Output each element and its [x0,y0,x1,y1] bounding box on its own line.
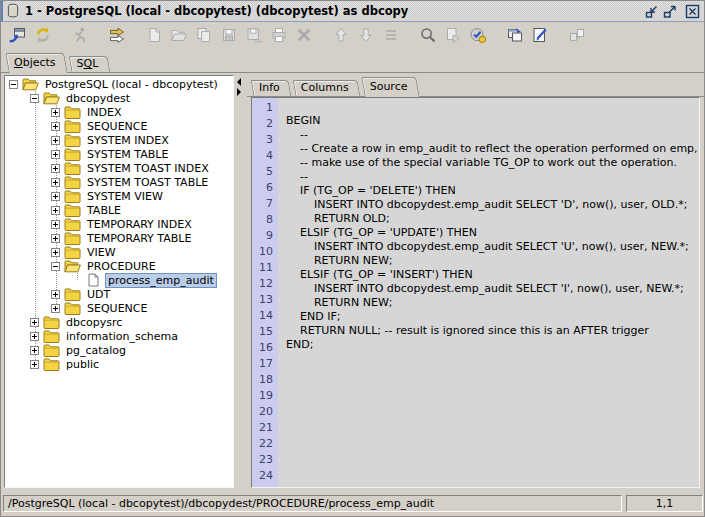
code-line: IF (TG_OP = 'DELETE') THEN [286,184,698,198]
tree-item-label: SYSTEM TOAST TABLE [84,176,211,189]
tree-item-label: INDEX [84,106,124,119]
tree-item-dbcopysrc[interactable]: dbcopysrc [5,315,233,329]
tree-item-table[interactable]: TABLE [5,203,233,217]
folder-icon [64,175,81,189]
tree-item-system-index[interactable]: SYSTEM INDEX [5,133,233,147]
expand-toggle-icon[interactable] [30,346,39,355]
tree-item-postgresql-local-dbcopytest-[interactable]: PostgreSQL (local - dbcopytest) [5,77,233,91]
tree-item-information-schema[interactable]: information_schema [5,329,233,343]
line-number: 14 [252,308,273,324]
search-button[interactable] [415,25,440,49]
expand-toggle-icon[interactable] [51,234,60,243]
close-button[interactable] [685,4,700,19]
tree-item-procedure[interactable]: PROCEDURE [5,259,233,273]
folder-icon [64,287,81,301]
expand-toggle-icon[interactable] [9,80,18,89]
tree-item-index[interactable]: INDEX [5,105,233,119]
tree-item-view[interactable]: VIEW [5,245,233,259]
line-number: 24 [252,468,273,484]
expand-toggle-icon[interactable] [30,94,39,103]
folder-icon [64,231,81,245]
tab-source[interactable]: Source [363,77,418,97]
expand-toggle-icon[interactable] [51,304,60,313]
sql-worksheet-icon [531,26,549,47]
refresh-button[interactable] [30,25,55,49]
expand-toggle-icon[interactable] [51,206,60,215]
tree-item-system-table[interactable]: SYSTEM TABLE [5,147,233,161]
paste-button [440,25,465,49]
splitter[interactable] [234,73,247,490]
folder-icon [64,119,81,133]
line-number: 10 [252,244,273,260]
expand-toggle-icon[interactable] [51,220,60,229]
title-bar[interactable]: 1 - PostgreSQL (local - dbcopytest) (dbc… [1,1,704,22]
tab-objects[interactable]: Objects [7,53,66,73]
expand-toggle-icon[interactable] [51,164,60,173]
restore-button[interactable] [644,4,659,19]
line-number: 19 [252,388,273,404]
expand-toggle-icon[interactable] [51,248,60,257]
collapse-left-icon[interactable] [237,78,241,86]
line-number: 20 [252,404,273,420]
expand-toggle-icon[interactable] [51,192,60,201]
list-button [378,25,403,49]
code-area[interactable]: BEGIN -- -- Create a row in emp_audit to… [278,100,698,487]
tree-item-system-toast-index[interactable]: SYSTEM TOAST INDEX [5,161,233,175]
tab-info[interactable]: Info [252,80,290,96]
tree-item-temporary-table[interactable]: TEMPORARY TABLE [5,231,233,245]
collapse-right-icon[interactable] [237,88,241,96]
tree-item-label: UDT [84,288,113,301]
line-number: 25 [252,484,273,488]
code-line: RETURN OLD; [286,212,698,226]
expand-toggle-icon[interactable] [51,150,60,159]
expand-toggle-icon[interactable] [30,332,39,341]
tree-item-sequence[interactable]: SEQUENCE [5,301,233,315]
code-line: -- Create a row in emp_audit to reflect … [286,142,698,156]
tree-item-system-toast-table[interactable]: SYSTEM TOAST TABLE [5,175,233,189]
object-tree[interactable]: PostgreSQL (local - dbcopytest)dbcopydes… [4,75,234,488]
tree-item-udt[interactable]: UDT [5,287,233,301]
line-number: 18 [252,372,273,388]
expand-toggle-icon[interactable] [51,122,60,131]
arrow-down-button [353,25,378,49]
run-button [67,25,92,49]
window-controls [644,4,700,19]
tree-item-label: TABLE [84,204,124,217]
line-number: 17 [252,356,273,372]
tree-item-sequence[interactable]: SEQUENCE [5,119,233,133]
tree-item-temporary-index[interactable]: TEMPORARY INDEX [5,217,233,231]
print-button [266,25,291,49]
tab-sql[interactable]: SQL [70,56,109,72]
open-folder-icon [170,26,188,47]
expand-toggle-icon[interactable] [30,360,39,369]
tree-rows: PostgreSQL (local - dbcopytest)dbcopydes… [5,76,233,371]
tree-item-system-view[interactable]: SYSTEM VIEW [5,189,233,203]
code-line: -- make use of the special variable TG_O… [286,156,698,170]
source-editor[interactable]: 1234567891011121314151617181920212223242… [251,97,700,488]
tree-item-public[interactable]: public [5,357,233,371]
tree-item-process-emp-audit[interactable]: process_emp_audit [5,273,233,287]
folder-icon [64,217,81,231]
tree-item-dbcopydest[interactable]: dbcopydest [5,91,233,105]
session-properties-button[interactable] [465,25,490,49]
open-folder-button [166,25,191,49]
tree-item-pg-catalog[interactable]: pg_catalog [5,343,233,357]
status-object-path: /PostgreSQL (local - dbcopytest)/dbcopyd… [3,495,622,512]
maximize-button[interactable] [662,4,677,19]
connect-session-button[interactable] [5,25,30,49]
code-line [286,100,698,114]
expand-toggle-icon[interactable] [51,262,60,271]
expand-toggle-icon[interactable] [51,178,60,187]
expand-toggle-icon[interactable] [51,290,60,299]
expand-toggle-icon[interactable] [30,318,39,327]
sql-worksheet-button[interactable] [527,25,552,49]
expand-toggle-icon[interactable] [51,108,60,117]
commit-button[interactable] [104,25,129,49]
new-file-icon [145,26,163,47]
copy-icon [195,26,213,47]
tab-columns[interactable]: Columns [294,80,359,96]
code-line: INSERT INTO dbcopydest.emp_audit SELECT … [286,198,698,212]
object-tree-window-button[interactable] [502,25,527,49]
expand-toggle-icon[interactable] [51,136,60,145]
folder-icon [43,315,60,329]
